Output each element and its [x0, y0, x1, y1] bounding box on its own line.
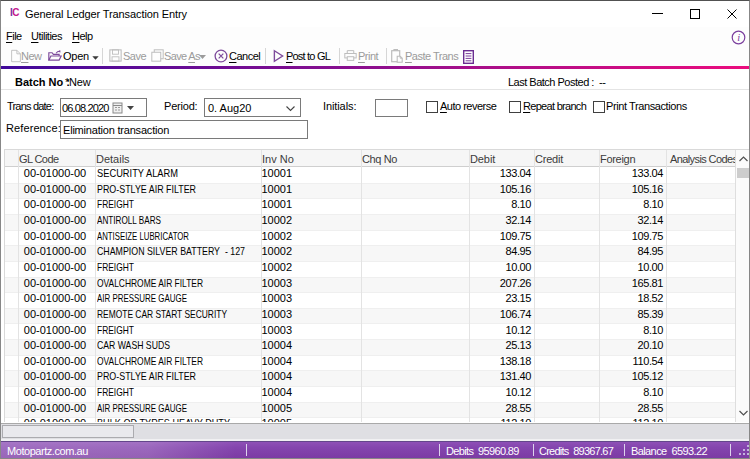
svg-text:i: i: [737, 32, 740, 43]
